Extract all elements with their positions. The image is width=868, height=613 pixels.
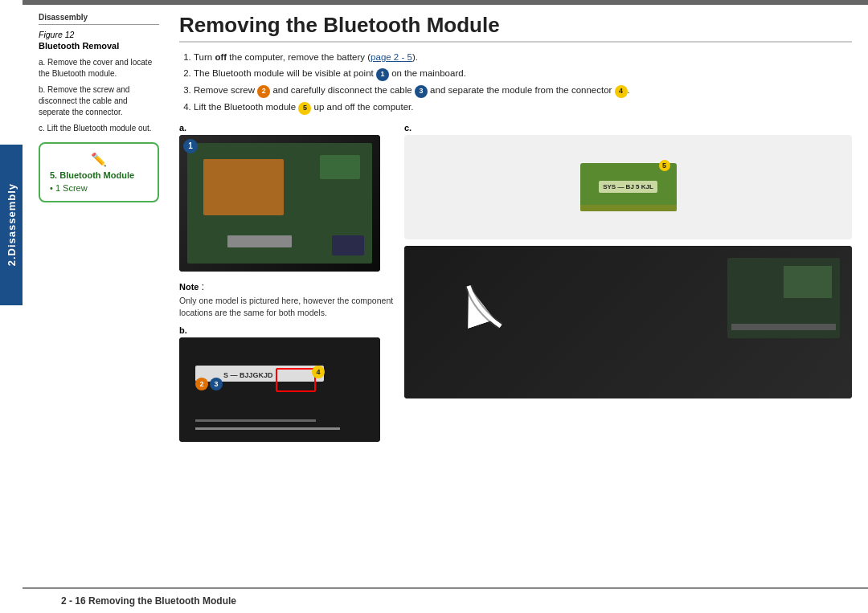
- parts-box: ✏️ 5. Bluetooth Module • 1 Screw: [39, 142, 159, 202]
- badge-4: 4: [615, 85, 628, 98]
- image-c-top: SYS — BJ 5 KJL 5: [404, 135, 852, 239]
- detail-line-1: [195, 427, 340, 430]
- badge-5: 5: [298, 102, 311, 115]
- image-b: 2 3 4 S — BJJGKJD: [179, 337, 380, 442]
- main-content: Disassembly Figure 12 Bluetooth Removal …: [23, 0, 868, 613]
- image-a-label: a.: [179, 123, 396, 133]
- component-sim-3: [332, 235, 364, 255]
- badge-1-on-image: 1: [183, 139, 198, 153]
- badge-3-on-image: 3: [210, 378, 223, 390]
- page-container: 2.Disassembly Disassembly Figure 12 Blue…: [0, 0, 868, 613]
- note-text: Only one model is pictured here, however…: [179, 295, 396, 319]
- instruction-1: Turn off the computer, remove the batter…: [194, 51, 852, 64]
- image-c-section: c. SYS — BJ 5 KJL 5: [404, 123, 852, 442]
- pencil-icon: ✏️: [50, 152, 148, 167]
- image-a-inner: 1: [179, 135, 380, 272]
- bullet: •: [50, 183, 55, 193]
- parts-sub: • 1 Screw: [50, 183, 148, 193]
- page-title: Removing the Bluetooth Module: [179, 13, 852, 43]
- image-section-left: a. 1: [179, 123, 396, 442]
- text-label-b: S — BJJGKJD: [223, 371, 273, 379]
- badge-3: 3: [415, 85, 428, 98]
- badge-2: 2: [257, 85, 270, 98]
- caption-c: c. Lift the Bluetooth module out.: [39, 123, 159, 134]
- chip-connector: [580, 205, 677, 211]
- content-body: Disassembly Figure 12 Bluetooth Removal …: [23, 5, 868, 587]
- caption-a: a. Remove the cover and locate the Bluet…: [39, 57, 159, 80]
- copper-area: [203, 159, 284, 215]
- red-box: [276, 368, 316, 392]
- arrow-graphic: [452, 270, 517, 334]
- sidebar-tab-label: 2.Disassembly: [6, 183, 18, 266]
- laptop-board: [727, 258, 840, 338]
- page-link[interactable]: page 2 - 5: [371, 52, 412, 62]
- motherboard-sim: [187, 143, 372, 264]
- section-heading: Disassembly: [39, 13, 159, 25]
- laptop-slot: [731, 324, 836, 330]
- sidebar-tab: 2.Disassembly: [0, 145, 23, 305]
- laptop-component: [784, 266, 832, 298]
- chip-image: SYS — BJ 5 KJL 5: [580, 163, 677, 211]
- note-box: Note : Only one model is pictured here, …: [179, 281, 396, 319]
- right-main: Removing the Bluetooth Module Turn off t…: [171, 13, 852, 579]
- instruction-list: Turn off the computer, remove the batter…: [179, 51, 852, 115]
- image-b-inner: 2 3 4 S — BJJGKJD: [179, 337, 380, 442]
- left-column: Disassembly Figure 12 Bluetooth Removal …: [39, 13, 171, 579]
- image-b-label: b.: [179, 325, 396, 335]
- component-sim-1: [320, 155, 360, 179]
- figure-title: Bluetooth Removal: [39, 41, 159, 51]
- instruction-2: The Bluetooth module will be visible at …: [194, 67, 852, 81]
- badge-4-on-image: 4: [312, 366, 325, 378]
- image-a-section: a. 1: [179, 123, 396, 272]
- footer-text: 2 - 16 Removing the Bluetooth Module: [61, 595, 236, 607]
- images-row: a. 1: [179, 123, 852, 442]
- badge-5-on-chip: 5: [659, 160, 670, 171]
- note-label: Note: [179, 282, 199, 292]
- page-footer: 2 - 16 Removing the Bluetooth Module: [23, 587, 868, 613]
- instructions: Turn off the computer, remove the batter…: [179, 51, 852, 115]
- badge-2-on-image: 2: [195, 378, 208, 390]
- component-sim-2: [227, 235, 292, 247]
- note-colon: :: [202, 281, 204, 292]
- instruction-4: Lift the Bluetooth module 5 up and off t…: [194, 100, 852, 115]
- badge-1: 1: [376, 68, 389, 81]
- instruction-3: Remove screw 2 and carefully disconnect …: [194, 84, 852, 98]
- image-a: 1: [179, 135, 380, 272]
- caption-b: b. Remove the screw and disconnect the c…: [39, 84, 159, 118]
- chip-label: SYS — BJ 5 KJL: [599, 181, 657, 193]
- figure-label: Figure 12: [39, 30, 159, 39]
- image-c-label: c.: [404, 123, 852, 133]
- parts-item: 5. Bluetooth Module: [50, 170, 148, 180]
- detail-line-2: [195, 419, 316, 422]
- image-b-section: b. 2 3 4 S — BJJGKJD: [179, 325, 396, 442]
- parts-sub-text: 1 Screw: [55, 183, 88, 193]
- image-c-bottom: [404, 246, 852, 398]
